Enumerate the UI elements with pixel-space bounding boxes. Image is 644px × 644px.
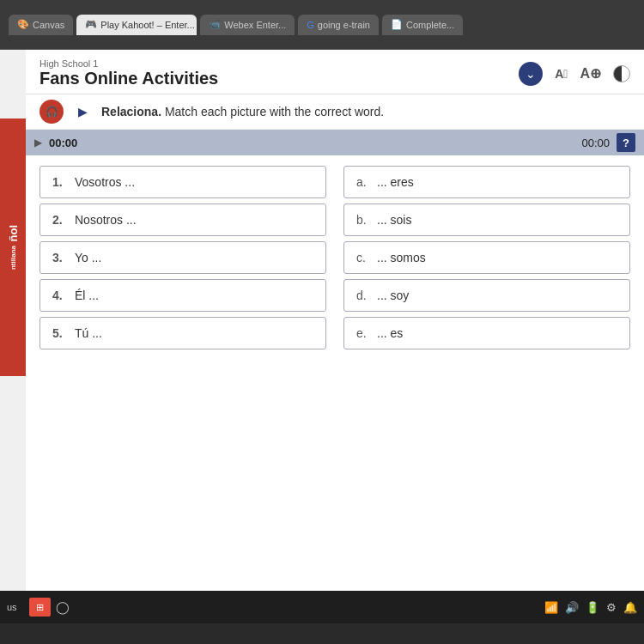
instructions-bold: Relaciona. (101, 105, 161, 118)
left-column: 1. Vosotros ... 2. Nosotros ... 3. Yo ..… (39, 166, 326, 349)
tab-kahoot-label: Play Kahoot! – Enter... (100, 20, 194, 30)
start-button[interactable]: ⊞ (29, 598, 51, 617)
audio-icon-circle: 🎧 (39, 100, 64, 124)
item-num-3: 3. (52, 251, 68, 264)
right-item-e[interactable]: e. ... es (343, 317, 630, 349)
settings-icon[interactable]: ⚙ (606, 601, 617, 614)
font-increase-button[interactable]: A⊕ (580, 65, 601, 82)
right-item-d[interactable]: d. ... soy (343, 279, 630, 312)
notification-icon[interactable]: 🔔 (623, 601, 637, 614)
left-item-4[interactable]: 4. Él ... (39, 279, 326, 312)
chrome-icon[interactable]: ◯ (56, 600, 70, 614)
right-item-b[interactable]: b. ... sois (343, 204, 630, 236)
item-text-c: ... somos (377, 251, 426, 264)
side-label: ñol ntillana (0, 118, 26, 376)
item-text-4: Él ... (75, 289, 99, 302)
instructions-bar: 🎧 ▶ Relaciona. Match each picture with t… (26, 94, 644, 130)
app-header: High School 1 Fans Online Activities ⌄ A… (26, 50, 644, 94)
item-text-5: Tú ... (75, 326, 102, 340)
chevron-down-button[interactable]: ⌄ (519, 62, 543, 86)
item-text-1: Vosotros ... (75, 175, 135, 189)
tab-canvas-label: Canvas (33, 20, 64, 30)
wifi-icon: 📶 (544, 601, 558, 614)
item-text-d: ... soy (377, 289, 409, 302)
tab-complete[interactable]: 📄 Complete... (382, 15, 463, 35)
left-item-3[interactable]: 3. Yo ... (39, 241, 326, 274)
header-subtitle: High School 1 (39, 58, 508, 69)
item-text-e: ... es (377, 326, 403, 340)
header-controls: ⌄ A⃒ A⊕ (519, 62, 630, 86)
timer-bar: ▶ 00:00 00:00 ? (26, 130, 644, 155)
taskbar-label: us (7, 602, 17, 612)
side-label-top: ñol (7, 225, 20, 242)
timer-help-button[interactable]: ? (617, 133, 635, 152)
header-left: High School 1 Fans Online Activities (39, 58, 508, 88)
timer-end: 00:00 (581, 137, 610, 149)
tab-kahoot[interactable]: 🎮 Play Kahoot! – Enter... ✕ (76, 15, 197, 35)
item-num-1: 1. (52, 175, 68, 189)
tab-google-label: going e-train (318, 20, 370, 30)
item-letter-a: a. (356, 175, 370, 189)
app-container: High School 1 Fans Online Activities ⌄ A… (26, 50, 644, 623)
google-favicon: G (307, 20, 314, 30)
taskbar: us ⊞ ◯ 📶 🔊 🔋 ⚙ 🔔 (0, 591, 644, 623)
item-num-5: 5. (52, 326, 68, 340)
item-text-2: Nosotros ... (75, 213, 137, 227)
headphone-icon: 🎧 (46, 106, 58, 118)
windows-icon: ⊞ (36, 602, 44, 613)
timer-play-icon[interactable]: ▶ (34, 137, 42, 149)
instructions-text: Relaciona. Match each picture with the c… (101, 105, 384, 118)
right-item-c[interactable]: c. ... somos (343, 241, 630, 274)
font-decrease-button[interactable]: A⃒ (555, 67, 568, 81)
side-label-bottom: ntillana (9, 246, 17, 270)
tab-complete-label: Complete... (406, 20, 454, 30)
left-item-5[interactable]: 5. Tú ... (39, 317, 326, 349)
tab-bar: 🎨 Canvas 🎮 Play Kahoot! – Enter... ✕ 📹 W… (9, 15, 635, 35)
battery-icon: 🔋 (586, 601, 599, 614)
item-letter-c: c. (356, 251, 370, 264)
main-content: ñol ntillana VIEW SC High School 1 Fans … (0, 50, 644, 623)
browser-chrome: 🎨 Canvas 🎮 Play Kahoot! – Enter... ✕ 📹 W… (0, 0, 644, 50)
item-letter-d: d. (356, 289, 370, 302)
instructions-normal: Match each picture with the correct word… (161, 105, 384, 118)
item-letter-e: e. (356, 326, 370, 340)
tab-google[interactable]: G going e-train (298, 15, 379, 35)
kahoot-favicon: 🎮 (85, 19, 97, 30)
complete-favicon: 📄 (391, 19, 403, 30)
item-text-a: ... eres (377, 175, 414, 189)
exercise-area: 1. Vosotros ... 2. Nosotros ... 3. Yo ..… (26, 155, 644, 360)
right-item-a[interactable]: a. ... eres (343, 166, 630, 198)
system-icons: 📶 🔊 🔋 ⚙ 🔔 (544, 601, 637, 614)
tab-webex-label: Webex Enter... (224, 20, 286, 30)
play-button[interactable]: ▶ (70, 100, 94, 124)
tab-canvas[interactable]: 🎨 Canvas (9, 15, 73, 35)
canvas-favicon: 🎨 (17, 19, 29, 30)
left-item-1[interactable]: 1. Vosotros ... (39, 166, 326, 198)
volume-icon: 🔊 (565, 601, 579, 614)
header-title: Fans Online Activities (39, 69, 508, 88)
item-num-4: 4. (52, 289, 68, 302)
webex-favicon: 📹 (209, 19, 221, 30)
item-text-3: Yo ... (75, 251, 101, 264)
tab-webex[interactable]: 📹 Webex Enter... (200, 15, 295, 35)
item-letter-b: b. (356, 213, 370, 227)
right-column: a. ... eres b. ... sois c. ... somos d. … (343, 166, 630, 349)
item-text-b: ... sois (377, 213, 411, 227)
contrast-toggle-button[interactable] (613, 65, 630, 82)
item-num-2: 2. (52, 213, 68, 227)
timer-start: 00:00 (49, 137, 77, 149)
left-item-2[interactable]: 2. Nosotros ... (39, 204, 326, 236)
